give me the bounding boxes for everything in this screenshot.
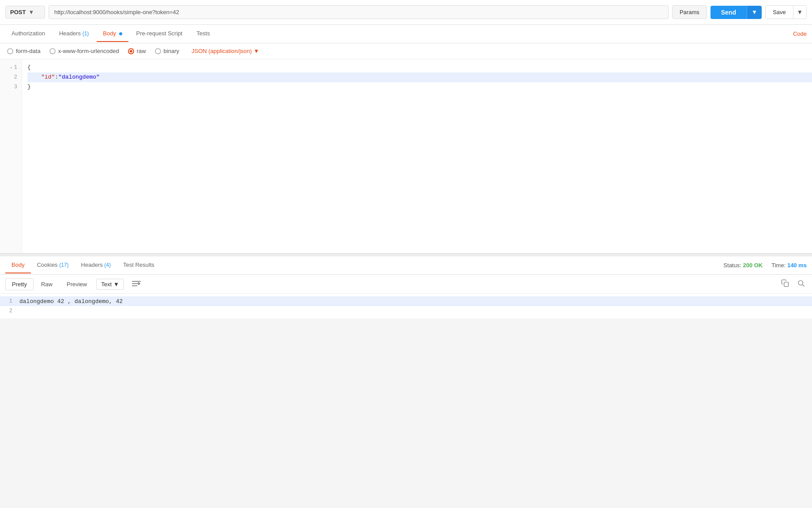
code-link[interactable]: Code	[793, 30, 807, 37]
code-line-1: {	[27, 63, 812, 72]
resp-pretty-button[interactable]: Pretty	[5, 278, 34, 290]
tab-prerequest[interactable]: Pre-request Script	[130, 26, 189, 42]
json-type-selector[interactable]: JSON (application/json) ▼	[192, 48, 259, 54]
params-button[interactable]: Params	[672, 5, 707, 19]
copy-response-button[interactable]	[779, 277, 791, 291]
resp-tab-cookies[interactable]: Cookies (17)	[31, 257, 75, 273]
url-input[interactable]	[49, 5, 669, 19]
status-label: Status: 200 OK	[723, 262, 763, 269]
tab-headers[interactable]: Headers (1)	[53, 26, 95, 42]
binary-option[interactable]: binary	[155, 48, 179, 54]
fold-arrow-icon: ▾	[10, 66, 12, 70]
resp-headers-badge: (4)	[104, 262, 111, 268]
status-value: 200 OK	[743, 262, 763, 269]
form-data-radio[interactable]	[7, 48, 13, 54]
tab-authorization[interactable]: Authorization	[5, 26, 51, 42]
resp-raw-button[interactable]: Raw	[34, 278, 59, 290]
resp-line-2: 2	[0, 306, 812, 316]
svg-line-5	[802, 284, 804, 286]
code-line-2: "id":"dalongdemo"	[27, 72, 812, 82]
save-group: Save ▼	[765, 5, 807, 19]
raw-option[interactable]: raw	[128, 48, 146, 54]
binary-radio[interactable]	[155, 48, 161, 54]
cookies-badge: (17)	[59, 262, 68, 268]
form-data-option[interactable]: form-data	[7, 48, 41, 54]
tab-body[interactable]: Body	[97, 26, 128, 42]
code-content-area[interactable]: { "id":"dalongdemo" }	[22, 59, 812, 253]
resp-tab-headers[interactable]: Headers (4)	[75, 257, 117, 273]
body-options-bar: form-data x-www-form-urlencoded raw bina…	[0, 43, 812, 59]
code-line-3: }	[27, 82, 812, 92]
urlencoded-option[interactable]: x-www-form-urlencoded	[49, 48, 119, 54]
line-number-1: ▾ 1	[0, 63, 22, 72]
method-label: POST	[10, 9, 26, 15]
method-dropdown[interactable]: POST ▼	[5, 6, 45, 19]
save-button[interactable]: Save	[766, 6, 793, 19]
resp-tab-body[interactable]: Body	[5, 257, 31, 273]
svg-point-4	[798, 281, 803, 285]
status-info: Status: 200 OK Time: 140 ms	[723, 262, 807, 269]
resp-line-1: 1 dalongdemo 42 , dalongdemo, 42	[0, 296, 812, 306]
response-section: Body Cookies (17) Headers (4) Test Resul…	[0, 256, 812, 318]
save-chevron-button[interactable]: ▼	[793, 6, 806, 19]
wrap-lines-button[interactable]	[128, 279, 144, 290]
time-label: Time: 140 ms	[771, 262, 807, 269]
method-chevron-icon: ▼	[28, 9, 34, 15]
wrap-icon	[132, 281, 141, 287]
line-number-3: 3	[0, 82, 22, 92]
request-tabs-bar: Authorization Headers (1) Body Pre-reque…	[0, 25, 812, 43]
resp-type-chevron-icon: ▼	[113, 281, 119, 288]
raw-radio[interactable]	[128, 48, 134, 54]
headers-badge: (1)	[83, 30, 89, 37]
response-body-content: 1 dalongdemo 42 , dalongdemo, 42 2	[0, 294, 812, 318]
response-tabs-bar: Body Cookies (17) Headers (4) Test Resul…	[0, 256, 812, 275]
resp-tab-test-results[interactable]: Test Results	[117, 257, 161, 273]
top-bar: POST ▼ Params Send ▼ Save ▼	[0, 0, 812, 25]
body-dot-indicator	[119, 32, 122, 35]
resp-type-selector[interactable]: Text ▼	[96, 279, 124, 290]
json-type-chevron-icon: ▼	[254, 48, 259, 54]
svg-rect-3	[784, 282, 789, 287]
line-number-2: 2	[0, 72, 22, 82]
time-value: 140 ms	[787, 262, 807, 269]
code-editor[interactable]: ▾ 1 2 3 { "id":"dalongdemo" }	[0, 59, 812, 254]
send-chevron-button[interactable]: ▼	[747, 6, 762, 19]
search-response-button[interactable]	[795, 277, 807, 291]
resp-body-toolbar: Pretty Raw Preview Text ▼	[0, 275, 812, 294]
urlencoded-radio[interactable]	[49, 48, 56, 54]
tab-tests[interactable]: Tests	[190, 26, 216, 42]
line-numbers: ▾ 1 2 3	[0, 59, 22, 253]
send-button[interactable]: Send	[710, 6, 747, 19]
resp-preview-button[interactable]: Preview	[60, 278, 94, 290]
resp-actions	[779, 277, 807, 291]
send-group: Send ▼	[710, 6, 762, 19]
